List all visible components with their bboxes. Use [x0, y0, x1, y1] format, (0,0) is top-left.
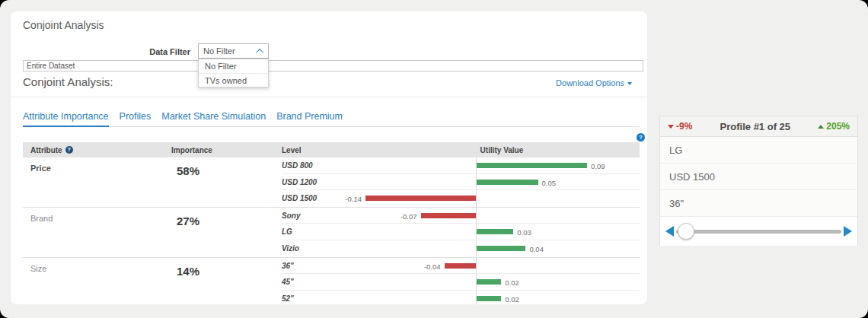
- profile-panel: -9% Profile #1 of 25 205% LGUSD 150036": [659, 116, 858, 245]
- attribute-section-size: Size14%36"-0.0445"0.0252"0.02: [23, 257, 640, 304]
- data-filter-select[interactable]: No Filter: [198, 43, 269, 59]
- importance-value: 58%: [171, 157, 282, 207]
- tab-brand-premium[interactable]: Brand Premium: [276, 111, 343, 127]
- triangle-down-icon: [668, 125, 674, 129]
- download-options-link[interactable]: Download Options: [556, 78, 632, 87]
- utility-value: 0.04: [529, 245, 544, 253]
- attribute-name: Size: [23, 258, 171, 304]
- attribute-importance-table: Attribute ? Importance Level Utility Val…: [23, 142, 640, 304]
- table-header-row: Attribute ? Importance Level Utility Val…: [23, 142, 640, 157]
- app-screen: Conjoint Analysis Data Filter No Filter …: [0, 0, 868, 318]
- utility-value: 0.09: [591, 162, 605, 170]
- level-label: Sony: [282, 211, 300, 220]
- level-label: USD 1500: [282, 194, 317, 202]
- utility-row: USD 8000.09: [282, 157, 640, 174]
- utility-value: -0.07: [400, 212, 417, 221]
- decrease-value: -9%: [676, 121, 692, 132]
- tab-bar: Attribute ImportanceProfilesMarket Share…: [23, 111, 640, 127]
- slider-handle[interactable]: [678, 223, 694, 240]
- utility-row: 45"0.02: [282, 274, 640, 291]
- utility-row: 52"0.02: [282, 291, 640, 304]
- utility-bar: [477, 246, 525, 251]
- dataset-input[interactable]: [23, 60, 643, 72]
- utility-column-header: Utility Value: [302, 146, 524, 154]
- utility-row: Sony-0.07: [282, 208, 640, 224]
- slider-next-arrow[interactable]: [844, 226, 852, 237]
- profile-panel-header: -9% Profile #1 of 25 205%: [660, 116, 857, 137]
- utility-row: 36"-0.04: [282, 258, 640, 275]
- attribute-column-header: Attribute ?: [23, 146, 171, 154]
- profile-attribute-row: USD 1500: [660, 164, 857, 190]
- utility-bar: [445, 263, 476, 269]
- level-column-header: Level: [282, 146, 302, 154]
- utility-value: 0.02: [505, 278, 519, 287]
- level-label: 52": [282, 294, 294, 303]
- chevron-up-icon: [256, 48, 263, 56]
- level-label: USD 800: [282, 161, 313, 170]
- tab-market-share-simulation[interactable]: Market Share Simulation: [161, 111, 266, 127]
- triangle-up-icon: [818, 125, 824, 129]
- attribute-section-brand: Brand27%Sony-0.07LG0.03Vizio0.04: [23, 207, 640, 257]
- profile-slider: [660, 217, 857, 246]
- attribute-name: Brand: [23, 208, 171, 257]
- profile-attribute-row: LG: [660, 137, 857, 164]
- utility-value: -0.14: [345, 195, 362, 203]
- section-title: Conjoint Analysis:: [23, 75, 113, 88]
- table-body: Price58%USD 8000.09USD 12000.05USD 1500-…: [23, 157, 640, 304]
- profile-increase-badge: 205%: [818, 121, 850, 132]
- levels-column: 36"-0.0445"0.0252"0.02: [282, 258, 640, 304]
- filter-option[interactable]: TVs owned: [199, 73, 268, 87]
- importance-value: 14%: [171, 258, 282, 304]
- importance-value: 27%: [171, 208, 282, 257]
- utility-value: 0.03: [517, 228, 531, 237]
- importance-column-header: Importance: [171, 146, 282, 154]
- conjoint-analysis-card: Conjoint Analysis Data Filter No Filter …: [11, 11, 647, 304]
- levels-column: USD 8000.09USD 12000.05USD 1500-0.14: [282, 157, 640, 207]
- header-divider: [11, 97, 647, 97]
- utility-bar: [477, 163, 587, 168]
- profile-counter: Profile #1 of 25: [692, 121, 818, 132]
- attribute-header-label: Attribute: [30, 146, 62, 154]
- utility-value: 0.05: [542, 179, 557, 187]
- question-icon[interactable]: ?: [65, 146, 73, 154]
- data-filter-menu: No FilterTVs owned: [198, 59, 269, 87]
- utility-bar: [477, 279, 501, 285]
- utility-row: Vizio0.04: [282, 240, 640, 257]
- chevron-down-icon: [627, 82, 632, 85]
- download-options-label: Download Options: [556, 78, 624, 87]
- level-label: 36": [282, 262, 294, 270]
- utility-row: USD 12000.05: [282, 174, 640, 191]
- increase-value: 205%: [826, 121, 850, 132]
- slider-prev-arrow[interactable]: [665, 226, 674, 237]
- slider-track[interactable]: [676, 230, 841, 234]
- utility-bar: [477, 296, 501, 301]
- utility-bar: [477, 229, 513, 234]
- attribute-section-price: Price58%USD 8000.09USD 12000.05USD 1500-…: [23, 157, 640, 207]
- level-label: USD 1200: [282, 178, 317, 186]
- utility-row: USD 1500-0.14: [282, 190, 640, 207]
- profile-attribute-row: 36": [660, 190, 857, 217]
- filter-option[interactable]: No Filter: [199, 59, 268, 73]
- utility-bar: [421, 213, 477, 218]
- help-icon[interactable]: ?: [637, 133, 645, 142]
- level-label: Vizio: [282, 244, 299, 253]
- utility-value: 0.02: [505, 295, 519, 304]
- utility-value: -0.04: [424, 262, 441, 271]
- level-label: LG: [282, 227, 292, 236]
- data-filter-selected-value: No Filter: [203, 46, 235, 56]
- level-label: 45": [282, 278, 294, 286]
- utility-bar: [365, 196, 476, 201]
- profile-attribute-list: LGUSD 150036": [660, 137, 857, 217]
- attribute-name: Price: [23, 157, 171, 207]
- utility-row: LG0.03: [282, 224, 640, 240]
- profile-decrease-badge: -9%: [668, 121, 692, 132]
- data-filter-label: Data Filter: [11, 47, 190, 56]
- levels-column: Sony-0.07LG0.03Vizio0.04: [282, 208, 640, 257]
- utility-bar: [477, 180, 538, 185]
- tab-profiles[interactable]: Profiles: [120, 111, 152, 127]
- tab-attribute-importance[interactable]: Attribute Importance: [23, 111, 109, 127]
- page-title: Conjoint Analysis: [23, 19, 104, 31]
